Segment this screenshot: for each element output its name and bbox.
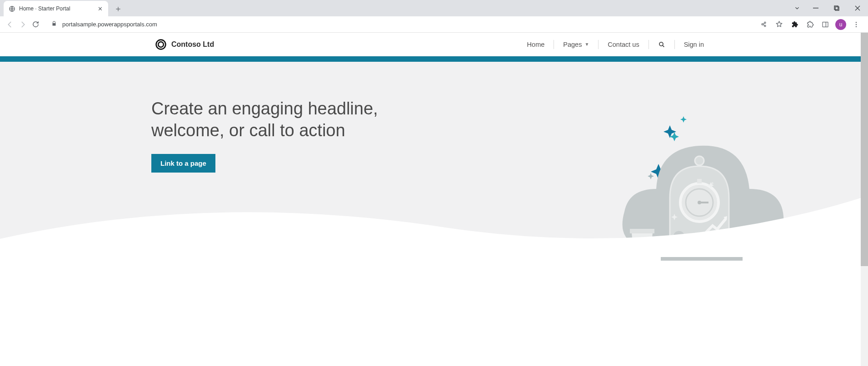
site-brand[interactable]: Contoso Ltd [155,39,214,50]
window-minimize-button[interactable] [805,0,826,16]
lock-icon [51,21,58,28]
caret-down-icon: ▼ [584,42,589,47]
profile-avatar[interactable]: u [834,18,847,31]
svg-point-11 [856,26,857,27]
browser-tab-active[interactable]: Home · Starter Portal ✕ [4,1,108,16]
svg-point-12 [156,40,166,49]
svg-point-9 [856,22,857,23]
svg-rect-7 [823,22,828,27]
svg-point-6 [762,24,763,25]
browser-tab-strip: Home · Starter Portal ✕ ＋ [0,0,868,16]
brand-logo-icon [155,39,167,50]
teal-accent-bar [0,56,861,62]
nav-signin[interactable]: Sign in [675,41,713,48]
tabs-dropdown-icon[interactable] [789,0,805,16]
globe-icon [8,5,15,12]
nav-contact[interactable]: Contact us [599,41,648,48]
address-bar[interactable]: portalsample.powerappsportals.com [45,18,753,31]
tab-close-icon[interactable]: ✕ [96,5,104,12]
window-maximize-button[interactable] [826,0,847,16]
url-text: portalsample.powerappsportals.com [62,21,157,28]
svg-point-16 [695,156,704,165]
hero-section: Create an engaging headline, welcome, or… [0,62,861,257]
toolbar-right-icons: u [757,18,864,31]
scrollbar-thumb[interactable] [861,33,868,266]
nav-search[interactable] [649,41,674,48]
site-header: Contoso Ltd Home Pages ▼ Contact us Sign… [0,33,868,56]
hero-cta-button[interactable]: Link to a page [151,154,215,173]
svg-point-4 [764,22,765,23]
window-controls [789,0,868,16]
browser-toolbar: portalsample.powerappsportals.com u [0,16,868,33]
nav-home[interactable]: Home [518,41,554,48]
page-viewport: Contoso Ltd Home Pages ▼ Contact us Sign… [0,33,868,366]
svg-rect-3 [835,7,839,10]
svg-point-13 [158,42,164,47]
extensions-icon[interactable] [803,18,816,31]
kebab-menu-icon[interactable] [850,18,863,31]
brand-name: Contoso Ltd [171,40,214,49]
forward-button[interactable] [16,18,29,31]
wave-divider [0,184,861,257]
reload-button[interactable] [29,18,42,31]
window-close-button[interactable] [847,0,868,16]
svg-point-14 [659,42,663,46]
back-button[interactable] [4,18,16,31]
svg-point-5 [764,25,765,26]
nav-pages[interactable]: Pages ▼ [554,41,598,48]
svg-rect-22 [697,179,702,183]
svg-rect-2 [834,6,838,10]
search-icon [658,41,665,48]
hero-headline: Create an engaging headline, welcome, or… [151,98,388,141]
scrollbar-track[interactable] [861,33,868,366]
svg-line-15 [663,45,664,47]
profile-initial: u [835,19,846,30]
side-panel-icon[interactable] [819,18,832,31]
bookmark-star-icon[interactable] [773,18,785,31]
new-tab-button[interactable]: ＋ [112,2,125,15]
tab-title: Home · Starter Portal [19,5,96,12]
share-icon[interactable] [757,18,770,31]
extension-puzzle-dark-icon[interactable] [788,18,801,31]
svg-point-10 [856,24,857,25]
svg-rect-1 [813,8,818,8]
site-nav: Home Pages ▼ Contact us Sign in [518,40,713,49]
